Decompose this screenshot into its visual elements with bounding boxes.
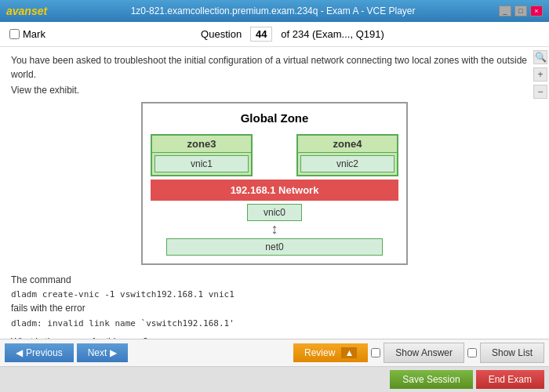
- show-list-button[interactable]: Show List: [480, 343, 544, 363]
- previous-button[interactable]: ◀ Previous: [5, 343, 74, 362]
- command-section: The command dladm create-vnic -1 vswitch…: [11, 273, 538, 339]
- window-title: 1z0-821.examcollection.premium.exam.234q…: [131, 5, 416, 16]
- zone4-box: zone4 vnic2: [296, 134, 398, 176]
- previous-label: Previous: [26, 347, 63, 358]
- command-line4: dladm: invalid link name `vswitch192.168…: [11, 317, 538, 331]
- review-arrow: ▲: [341, 347, 357, 358]
- show-list-section: Show List: [467, 343, 544, 363]
- bottom-toolbar2: Save Session End Exam: [0, 366, 549, 392]
- minimize-button[interactable]: _: [499, 5, 511, 16]
- end-exam-button[interactable]: End Exam: [476, 370, 544, 389]
- view-exhibit-text: View the exhibit.: [11, 85, 538, 96]
- command-line3: fails with the error: [11, 301, 538, 316]
- show-answer-checkbox[interactable]: [371, 348, 380, 358]
- vnic0-row: vnic0: [151, 204, 398, 221]
- vnic0-box: vnic0: [247, 204, 302, 221]
- vnic2-box: vnic2: [300, 155, 394, 172]
- command-question: What is the reason for this error?: [11, 335, 538, 339]
- show-answer-label: Show Answer: [395, 347, 453, 358]
- zones-row: zone3 vnic1 zone4 vnic2: [151, 134, 398, 176]
- maximize-button[interactable]: □: [514, 5, 527, 16]
- show-list-checkbox[interactable]: [467, 348, 477, 358]
- right-sidebar: 🔍 + −: [532, 47, 549, 339]
- zone3-label: zone3: [152, 136, 251, 153]
- question-info: Question 44 of 234 (Exam..., Q191): [45, 27, 540, 42]
- next-arrow: ▶: [110, 347, 117, 358]
- question-number: 44: [256, 28, 267, 40]
- zoom-out-icon[interactable]: −: [533, 85, 547, 99]
- next-label: Next: [88, 347, 107, 358]
- title-bar: avanset 1z0-821.examcollection.premium.e…: [0, 0, 549, 22]
- network-diagram: Global Zone zone3 vnic1 zone4 vnic2 192.…: [141, 102, 408, 265]
- window-controls: _ □ ×: [499, 5, 543, 16]
- vnic1-box: vnic1: [155, 155, 249, 172]
- next-button[interactable]: Next ▶: [77, 343, 129, 362]
- bottom-toolbar1: ◀ Previous Next ▶ Review ▲ Show Answer S…: [0, 339, 549, 366]
- diagram-container: Global Zone zone3 vnic1 zone4 vnic2 192.…: [141, 102, 408, 265]
- command-line2: dladm create-vnic -1 vswitch192.168.1 vn…: [11, 288, 538, 302]
- mark-checkbox[interactable]: [9, 29, 20, 39]
- question-text: You have been asked to troubleshoot the …: [11, 53, 538, 82]
- content-area: You have been asked to troubleshoot the …: [0, 47, 549, 339]
- diagram-title: Global Zone: [151, 111, 398, 125]
- main-area: Mark Question 44 of 234 (Exam..., Q191) …: [0, 22, 549, 392]
- end-exam-label: End Exam: [489, 374, 532, 385]
- show-list-label: Show List: [492, 347, 533, 358]
- previous-arrow: ◀: [16, 347, 23, 358]
- save-session-button[interactable]: Save Session: [390, 370, 472, 389]
- question-header: Mark Question 44 of 234 (Exam..., Q191): [0, 22, 549, 47]
- review-label: Review: [304, 347, 335, 358]
- zone4-label: zone4: [298, 136, 397, 153]
- arrow-down: ↕: [151, 221, 398, 238]
- save-session-label: Save Session: [402, 374, 460, 385]
- command-intro: The command: [11, 273, 538, 288]
- show-answer-button[interactable]: Show Answer: [384, 343, 464, 363]
- show-answer-section: Show Answer: [371, 343, 464, 363]
- question-label: Question: [201, 28, 242, 40]
- search-icon[interactable]: 🔍: [533, 50, 547, 64]
- zoom-in-icon[interactable]: +: [533, 67, 547, 82]
- question-number-box: 44: [250, 27, 272, 42]
- app-logo: avanset: [6, 5, 47, 17]
- mark-section: Mark: [9, 28, 45, 40]
- zone3-box: zone3 vnic1: [151, 134, 253, 176]
- question-of-label: of 234 (Exam..., Q191): [281, 28, 384, 40]
- review-button[interactable]: Review ▲: [293, 343, 368, 362]
- network-bar: 192.168.1 Network: [151, 180, 398, 201]
- close-button[interactable]: ×: [530, 5, 543, 16]
- mark-label: Mark: [23, 28, 45, 40]
- net0-box: net0: [166, 238, 383, 256]
